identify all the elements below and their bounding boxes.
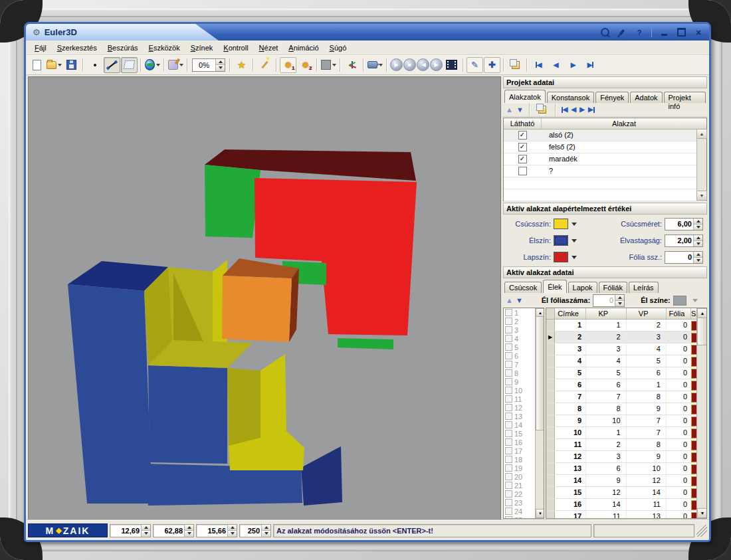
checkbox-checked[interactable]: ✓ xyxy=(518,143,527,151)
checkbox-unchecked[interactable] xyxy=(505,430,512,437)
edge-row[interactable]: 149120 xyxy=(546,475,706,487)
row-selector[interactable] xyxy=(546,379,555,391)
polygon-tool-button[interactable] xyxy=(121,57,138,73)
color-swatch[interactable] xyxy=(554,219,568,229)
row-selector[interactable] xyxy=(546,499,555,510)
sphere-tool-button[interactable] xyxy=(144,57,161,73)
last-record-button[interactable]: ▶ xyxy=(582,57,599,73)
point-tool-button[interactable] xyxy=(86,57,103,73)
row-selector[interactable] xyxy=(546,355,555,367)
spin-buttons[interactable] xyxy=(693,235,702,246)
first-record-button[interactable]: ◀ xyxy=(530,57,547,73)
menu-item-súgó[interactable]: Súgó xyxy=(325,43,352,53)
column-header-címke[interactable]: Címke xyxy=(555,308,586,319)
value-spinner[interactable]: 0 xyxy=(665,251,703,264)
distance-spinner[interactable]: 250 xyxy=(239,524,271,537)
checkbox-unchecked[interactable] xyxy=(505,490,512,498)
tab-lapok[interactable]: Lapok xyxy=(568,282,597,293)
scroll-down-icon[interactable]: ▼ xyxy=(536,509,544,518)
edge-row[interactable]: 8890 xyxy=(546,403,706,415)
animation-mode-button[interactable] xyxy=(367,57,383,73)
pin-window-button[interactable] xyxy=(617,27,627,38)
row-selector[interactable] xyxy=(546,320,555,331)
shape-row[interactable]: ✓felső (2) xyxy=(504,141,706,153)
coord-x-spinner[interactable]: 12,69 xyxy=(110,524,151,537)
spin-buttons[interactable] xyxy=(693,219,702,230)
coord-y-spinner[interactable]: 62,88 xyxy=(153,524,194,537)
help-button[interactable]: ? xyxy=(634,27,645,38)
checkbox-unchecked[interactable] xyxy=(505,456,512,463)
checkbox-unchecked[interactable] xyxy=(505,309,512,316)
row-selector[interactable] xyxy=(546,463,555,474)
column-header-fólia[interactable]: Fólia xyxy=(667,308,691,319)
record-button[interactable] xyxy=(443,57,460,73)
scroll-up-icon[interactable]: ▲ xyxy=(697,308,707,318)
wizard-button[interactable] xyxy=(257,57,273,73)
checkbox-unchecked[interactable] xyxy=(505,318,512,325)
prev-record-button[interactable]: ◀ xyxy=(548,57,564,73)
color-swatch[interactable] xyxy=(554,252,568,262)
checkbox-checked[interactable]: ✓ xyxy=(518,131,527,140)
checkbox-unchecked[interactable] xyxy=(505,464,512,472)
edge-list-scrollbar[interactable]: ▲ ▼ xyxy=(535,308,544,518)
spin-buttons[interactable] xyxy=(141,525,150,537)
viewport-3d[interactable] xyxy=(28,76,501,521)
column-header-kp[interactable]: KP xyxy=(586,308,626,319)
background-color-button[interactable] xyxy=(320,57,337,73)
menu-item-fájl[interactable]: Fájl xyxy=(30,43,51,53)
edge-row[interactable]: ▶2230 xyxy=(546,331,706,343)
title-bar[interactable]: ⚙ Euler3D ? × xyxy=(26,24,709,41)
value-spinner[interactable]: 6,00 xyxy=(665,218,703,231)
shape-yellow-col2-front[interactable] xyxy=(227,368,261,448)
resize-grip[interactable] xyxy=(696,525,707,537)
scrollbar-thumb[interactable] xyxy=(536,316,544,430)
edge-row[interactable]: 3340 xyxy=(546,343,706,355)
edge-row[interactable]: 136100 xyxy=(546,463,706,475)
shape-row[interactable]: ? xyxy=(504,165,706,177)
shape-green-left-face[interactable] xyxy=(205,165,261,238)
minimize-button[interactable] xyxy=(659,27,669,38)
scroll-down-icon[interactable]: ▼ xyxy=(696,191,707,201)
row-selector[interactable] xyxy=(546,451,555,462)
tab-projekt-infó[interactable]: Projekt infó xyxy=(664,92,706,103)
copy-shape-button[interactable] xyxy=(536,104,550,116)
new-file-button[interactable] xyxy=(29,57,45,73)
tab-alakzatok[interactable]: Alakzatok xyxy=(504,90,546,103)
tab-fóliák[interactable]: Fóliák xyxy=(599,282,627,293)
edge-row[interactable]: 1614110 xyxy=(546,499,706,511)
checkbox-unchecked[interactable] xyxy=(505,404,512,411)
tab-adatok[interactable]: Adatok xyxy=(630,92,662,103)
row-selector[interactable] xyxy=(546,511,555,519)
checkbox-unchecked[interactable] xyxy=(505,447,512,454)
pan-mode-button[interactable]: ✚ xyxy=(484,57,500,73)
edit-mode-button[interactable]: ✎ xyxy=(467,57,483,73)
checkbox-unchecked[interactable] xyxy=(505,387,512,394)
row-selector[interactable] xyxy=(546,367,555,379)
edge-row[interactable]: 1512140 xyxy=(546,487,706,499)
coord-z-spinner[interactable]: 15,66 xyxy=(196,524,237,537)
spin-buttons[interactable] xyxy=(693,252,702,263)
edge-row[interactable]: 1711130 xyxy=(546,511,706,519)
checkbox-unchecked[interactable] xyxy=(505,413,512,420)
edge-move-up-button[interactable]: ▲ xyxy=(506,297,513,304)
shape-orange-front-face[interactable] xyxy=(222,276,292,342)
play-button[interactable]: ▶ xyxy=(390,58,403,71)
last-shape-button[interactable]: ▶ xyxy=(588,106,595,113)
menu-item-szerkesztés[interactable]: Szerkesztés xyxy=(52,43,102,53)
edge-row[interactable]: 5560 xyxy=(546,367,706,379)
checkbox-unchecked[interactable] xyxy=(505,499,512,506)
duplicate-button[interactable] xyxy=(507,57,524,73)
checkbox-unchecked[interactable] xyxy=(505,335,512,342)
row-selector[interactable] xyxy=(546,439,555,450)
forward-button[interactable]: ▶ xyxy=(430,58,443,71)
next-record-button[interactable]: ▶ xyxy=(565,57,581,73)
column-header-shape[interactable]: Alakzat xyxy=(542,118,706,129)
edge-row[interactable]: 10170 xyxy=(546,427,706,439)
zoom-window-button[interactable] xyxy=(599,27,610,38)
checkbox-unchecked[interactable] xyxy=(505,473,512,480)
checkbox-unchecked[interactable] xyxy=(505,395,512,403)
row-selector[interactable]: ▶ xyxy=(546,331,555,343)
color-swatch[interactable] xyxy=(554,235,568,246)
edge-folio-spinner[interactable]: 0 xyxy=(593,294,625,307)
move-down-button[interactable]: ▼ xyxy=(516,106,524,114)
